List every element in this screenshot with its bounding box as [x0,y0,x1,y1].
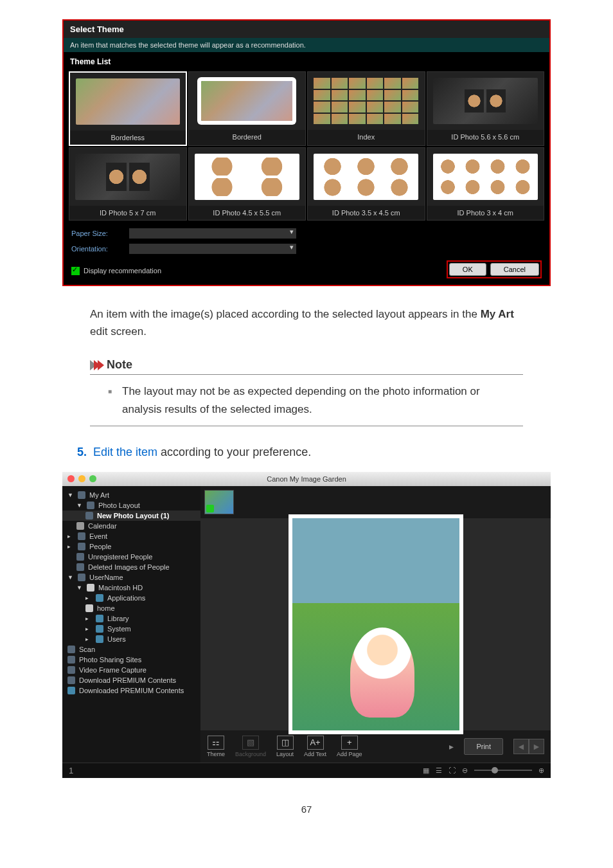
tree-users[interactable]: ▸Users [62,634,200,644]
tree-calendar[interactable]: Calendar [62,521,200,531]
theme-id34[interactable]: ID Photo 3 x 4 cm [427,147,545,221]
tree-applications[interactable]: ▸Applications [62,593,200,603]
note-item: The layout may not be as expected depend… [108,383,517,417]
tree-video-frame[interactable]: Video Frame Capture [62,665,200,675]
step-text: according to your preference. [157,446,311,458]
dialog-title: Select Theme [64,21,549,38]
add-page-tool[interactable]: +Add Page [337,736,362,757]
tree-photo-sharing[interactable]: Photo Sharing Sites [62,655,200,665]
tree-home[interactable]: home [62,603,200,613]
background-tool[interactable]: ▧Background [235,736,266,757]
fit-icon[interactable]: ⛶ [449,766,456,774]
expand-icon[interactable]: ▸ [449,741,454,752]
tree-unregistered[interactable]: Unregistered People [62,552,200,562]
theme-bordered[interactable]: Bordered [188,71,306,146]
thumbnail-strip [200,486,551,518]
orientation-label: Orientation: [71,245,129,253]
tree-scan[interactable]: Scan [62,644,200,655]
tree-library[interactable]: ▸Library [62,613,200,624]
theme-grid: Borderless Bordered Index ID Photo 5.6 x… [64,69,549,226]
view-list-icon[interactable]: ☰ [436,766,442,775]
theme-index[interactable]: Index [307,71,425,146]
result-paragraph: An item with the image(s) placed accordi… [90,305,523,340]
toolbar: ⚏Theme ▧Background ◫Layout A+Add Text +A… [200,730,551,763]
view-grid-icon[interactable]: ▦ [423,766,429,775]
sidebar: ▼My Art ▼Photo Layout New Photo Layout (… [62,486,200,763]
theme-id35[interactable]: ID Photo 3.5 x 4.5 cm [307,147,425,221]
main-area: ⚏Theme ▧Background ◫Layout A+Add Text +A… [200,486,551,763]
tree-new-photo-layout[interactable]: New Photo Layout (1) [62,511,200,521]
next-page-button[interactable]: ► [529,739,544,754]
note-title: Note [107,358,132,372]
tree-downloaded-premium[interactable]: Downloaded PREMIUM Contents [62,685,200,696]
page-number: 67 [39,804,574,815]
display-rec-label: Display recommendation [84,267,161,275]
tree-macintosh-hd[interactable]: ▼Macintosh HD [62,583,200,593]
dialog-subtitle: An item that matches the selected theme … [64,38,549,52]
note-box: Note The layout may not be as expected d… [90,356,523,426]
status-bar: 1 ▦ ☰ ⛶ ⊖ ⊕ [62,763,551,778]
tree-my-art[interactable]: ▼My Art [62,490,200,500]
zoom-out-icon[interactable]: ⊖ [462,766,468,775]
page-indicator: 1 [69,766,73,775]
add-text-tool[interactable]: A+Add Text [304,736,326,757]
theme-borderless[interactable]: Borderless [69,71,187,146]
display-rec-checkbox[interactable] [71,267,80,275]
orientation-select[interactable] [129,244,296,254]
paper-size-row: Paper Size: [64,226,549,241]
step-5: 5. Edit the item according to your prefe… [77,446,574,459]
image-garden-window: Canon My Image Garden ▼My Art ▼Photo Lay… [62,472,551,778]
theme-id57[interactable]: ID Photo 5 x 7 cm [69,147,187,221]
canvas[interactable] [200,518,551,730]
prev-page-button[interactable]: ◄ [513,739,529,754]
print-button[interactable]: Print [464,738,503,755]
tree-event[interactable]: ▸Event [62,531,200,541]
theme-id45[interactable]: ID Photo 4.5 x 5.5 cm [188,147,306,221]
theme-id56[interactable]: ID Photo 5.6 x 5.6 cm [427,71,545,146]
note-arrows-icon [90,360,102,370]
theme-list-label: Theme List [64,52,549,69]
tree-deleted[interactable]: Deleted Images of People [62,562,200,572]
tree-system[interactable]: ▸System [62,624,200,634]
layout-tool[interactable]: ◫Layout [276,736,294,757]
edit-item-link[interactable]: Edit the item [93,446,157,458]
theme-tool[interactable]: ⚏Theme [207,736,225,757]
display-recommendation-row[interactable]: Display recommendation [64,263,169,279]
orientation-row: Orientation: [64,241,549,257]
paper-size-select[interactable] [129,228,296,239]
zoom-slider[interactable] [474,770,532,771]
tree-download-premium[interactable]: Download PREMIUM Contents [62,675,200,685]
step-number: 5. [77,446,87,459]
tree-username[interactable]: ▼UserName [62,572,200,583]
paper-size-label: Paper Size: [71,230,129,237]
tree-photo-layout[interactable]: ▼Photo Layout [62,500,200,511]
tree-people[interactable]: ▸People [62,541,200,552]
window-title: Canon My Image Garden [62,475,551,483]
ok-button[interactable]: OK [449,263,486,276]
titlebar: Canon My Image Garden [62,472,551,486]
cancel-button[interactable]: Cancel [490,263,539,276]
select-theme-dialog: Select Theme An item that matches the se… [62,19,551,286]
photo-preview[interactable] [292,518,459,730]
zoom-in-icon[interactable]: ⊕ [538,766,544,775]
source-thumbnail[interactable] [204,490,234,514]
